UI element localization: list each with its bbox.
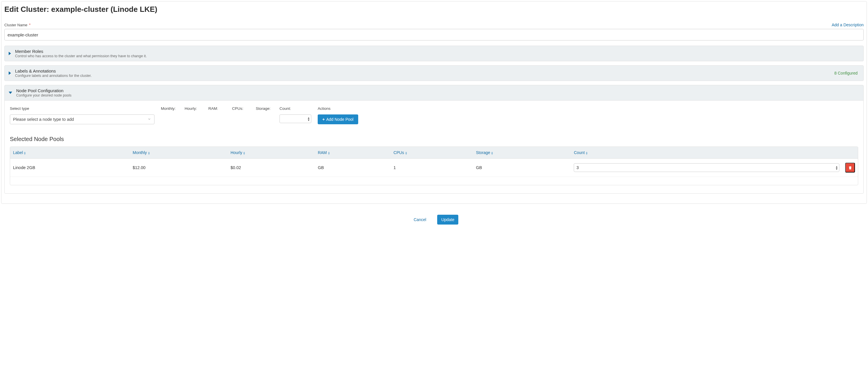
accordion-labels-title: Labels & Annotations xyxy=(15,68,834,73)
row-count-input[interactable] xyxy=(574,163,839,172)
col-monthly[interactable]: Monthly▴▾ xyxy=(130,147,227,159)
col-storage[interactable]: Storage▴▾ xyxy=(473,147,571,159)
col-ram[interactable]: RAM▴▾ xyxy=(315,147,391,159)
accordion-member-roles-title: Member Roles xyxy=(15,49,859,54)
trash-icon xyxy=(848,166,852,170)
sort-icon: ▴▾ xyxy=(491,151,493,154)
col-hourly[interactable]: Hourly▴▾ xyxy=(228,147,315,159)
update-button[interactable]: Update xyxy=(437,215,458,225)
sort-icon: ▴▾ xyxy=(405,151,407,154)
cluster-name-input[interactable] xyxy=(4,29,864,40)
storage-label: Storage: xyxy=(256,106,273,111)
accordion-member-roles-sub: Control who has access to the cluster an… xyxy=(15,54,859,58)
table-row: Linode 2GB $12.00 $0.02 GB 1 GB ▴▾ xyxy=(10,159,858,177)
table-header-row: Label▴▾ Monthly▴▾ Hourly▴▾ RAM▴▾ CPUs▴▾ … xyxy=(10,147,858,159)
col-cpus[interactable]: CPUs▴▾ xyxy=(391,147,473,159)
labels-configured-count: 8 Configured xyxy=(834,71,859,75)
cell-storage: GB xyxy=(473,159,571,177)
accordion-member-roles: Member Roles Control who has access to t… xyxy=(4,46,864,61)
selected-node-pools-title: Selected Node Pools xyxy=(10,136,858,142)
accordion-node-pool-title: Node Pool Configuration xyxy=(16,88,859,93)
node-pool-body: Select type Please select a node type to… xyxy=(5,100,863,193)
col-count[interactable]: Count▴▾ xyxy=(571,147,842,159)
page-title: Edit Cluster: example-cluster (Linode LK… xyxy=(4,5,864,14)
chevron-right-icon xyxy=(9,52,11,55)
chevron-right-icon xyxy=(9,71,11,75)
table-spacer xyxy=(10,177,858,185)
cell-monthly: $12.00 xyxy=(130,159,227,177)
cell-label: Linode 2GB xyxy=(10,159,130,177)
chevron-down-icon xyxy=(9,92,12,94)
accordion-labels-header[interactable]: Labels & Annotations Configure labels an… xyxy=(5,66,863,81)
monthly-label: Monthly: xyxy=(161,106,178,111)
select-type-label: Select type xyxy=(10,106,155,111)
count-input[interactable] xyxy=(279,114,311,123)
plus-icon: + xyxy=(322,117,324,122)
add-description-link[interactable]: Add a Description xyxy=(832,23,864,27)
cancel-button[interactable]: Cancel xyxy=(410,215,431,225)
edit-cluster-panel: Edit Cluster: example-cluster (Linode LK… xyxy=(1,1,867,204)
accordion-labels-annotations: Labels & Annotations Configure labels an… xyxy=(4,65,864,81)
hourly-label: Hourly: xyxy=(185,106,202,111)
cell-count: ▴▾ xyxy=(571,159,842,177)
accordion-node-pool-header[interactable]: Node Pool Configuration Configure your d… xyxy=(5,85,863,100)
add-node-pool-label: Add Node Pool xyxy=(327,117,353,122)
col-label[interactable]: Label▴▾ xyxy=(10,147,130,159)
cell-hourly: $0.02 xyxy=(228,159,315,177)
selected-pools-table: Label▴▾ Monthly▴▾ Hourly▴▾ RAM▴▾ CPUs▴▾ … xyxy=(10,146,858,185)
actions-label: Actions xyxy=(318,106,358,111)
count-label: Count: xyxy=(279,106,311,111)
sort-icon: ▴▾ xyxy=(24,151,26,154)
node-pool-form-row: Select type Please select a node type to… xyxy=(10,106,858,124)
delete-row-button[interactable] xyxy=(845,163,855,173)
add-node-pool-button[interactable]: + Add Node Pool xyxy=(318,114,358,124)
footer-actions: Cancel Update xyxy=(0,215,868,225)
accordion-node-pool-sub: Configure your desired node pools xyxy=(16,93,859,97)
sort-icon: ▴▾ xyxy=(148,151,150,154)
cell-ram: GB xyxy=(315,159,391,177)
sort-icon: ▴▾ xyxy=(243,151,245,154)
node-type-select[interactable]: Please select a node type to add xyxy=(10,114,155,124)
cluster-name-label: Cluster Name xyxy=(4,23,27,27)
accordion-member-roles-header[interactable]: Member Roles Control who has access to t… xyxy=(5,46,863,61)
sort-icon: ▴▾ xyxy=(328,151,330,154)
cluster-name-label-row: Cluster Name * Add a Description xyxy=(4,23,864,27)
cell-cpus: 1 xyxy=(391,159,473,177)
sort-icon: ▴▾ xyxy=(586,151,588,154)
accordion-labels-sub: Configure labels and annotations for the… xyxy=(15,74,834,78)
cpus-label: CPUs: xyxy=(232,106,249,111)
ram-label: RAM: xyxy=(208,106,226,111)
accordion-node-pool: Node Pool Configuration Configure your d… xyxy=(4,85,864,194)
required-asterisk: * xyxy=(29,23,30,27)
